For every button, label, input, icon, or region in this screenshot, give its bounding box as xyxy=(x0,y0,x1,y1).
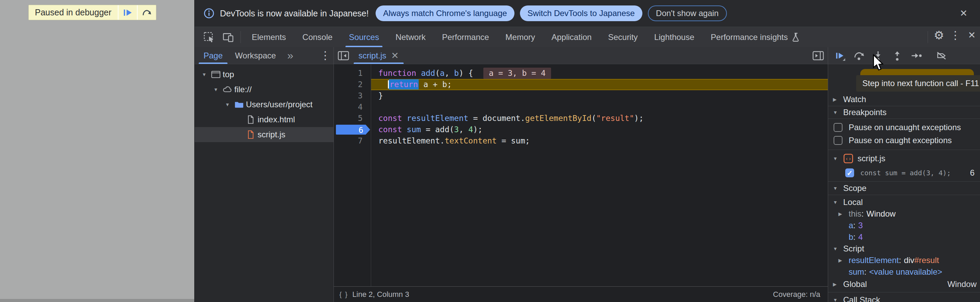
scope-property-name: a xyxy=(849,221,853,230)
scope-property-a[interactable]: a:3 xyxy=(828,220,980,231)
code-token: a + b; xyxy=(419,80,452,89)
tab-application[interactable]: Application xyxy=(543,27,600,47)
watch-section-header[interactable]: ▶ Watch xyxy=(828,93,980,106)
chevron-down-icon[interactable]: ▼ xyxy=(211,87,221,92)
pause-caught-checkbox[interactable] xyxy=(834,136,843,145)
tab-network[interactable]: Network xyxy=(387,27,434,47)
scope-section-header[interactable]: ▼ Scope xyxy=(828,182,980,195)
line-number-5[interactable]: 5 xyxy=(334,113,371,124)
tab-elements[interactable]: Elements xyxy=(243,27,294,47)
code-token: add xyxy=(421,69,436,77)
chevron-down-icon: ▼ xyxy=(833,110,843,115)
code-text[interactable]: } xyxy=(371,90,828,101)
device-toolbar-button[interactable] xyxy=(219,27,238,47)
line-number-1[interactable]: 1 xyxy=(334,68,371,79)
code-text[interactable]: const sum = add(3, 4); xyxy=(371,124,828,135)
tab-security[interactable]: Security xyxy=(600,27,646,47)
code-text[interactable]: const resultElement = document.getElemen… xyxy=(371,113,828,124)
collapse-navigator-button[interactable] xyxy=(334,47,353,64)
tab-lighthouse[interactable]: Lighthouse xyxy=(646,27,702,47)
always-match-language-button[interactable]: Always match Chrome's language xyxy=(375,5,514,21)
code-text[interactable] xyxy=(371,101,828,113)
code-token: getElementById xyxy=(525,114,592,123)
editor-tab-close-icon[interactable] xyxy=(391,50,399,61)
breakpoint-file-label: script.js xyxy=(858,154,885,163)
code-token: sum xyxy=(407,125,421,134)
breakpoint-entry[interactable]: const sum = add(3, 4); 6 xyxy=(828,166,980,180)
editor-tab-script-js[interactable]: script.js xyxy=(353,47,404,64)
svg-text:‹›: ‹› xyxy=(845,156,851,162)
step-out-button[interactable] xyxy=(888,47,907,64)
expand-debugger-sidebar-button[interactable] xyxy=(809,47,828,64)
tree-item-index-html[interactable]: index.html xyxy=(195,112,334,127)
tree-item-users-user-project[interactable]: ▼Users/user/project xyxy=(195,97,334,112)
tab-performance-insights[interactable]: Performance insights xyxy=(703,27,808,47)
line-number-6[interactable]: 6 xyxy=(334,124,371,135)
breakpoint-file-row[interactable]: ▼ ‹› script.js xyxy=(828,151,980,166)
settings-gear-icon[interactable] xyxy=(931,27,947,43)
infobar-close-icon[interactable] xyxy=(955,5,972,22)
switch-to-japanese-button[interactable]: Switch DevTools to Japanese xyxy=(520,5,643,21)
code-line-1: 1function add(a, b) {a = 3, b = 4 xyxy=(334,68,828,79)
tab-page[interactable]: Page xyxy=(197,47,229,64)
code-token: const xyxy=(378,114,407,123)
tree-item-script-js[interactable]: script.js xyxy=(195,127,334,142)
line-number-2[interactable]: 2 xyxy=(334,79,371,90)
chevron-down-icon[interactable]: ▼ xyxy=(223,102,232,107)
deactivate-breakpoints-button[interactable] xyxy=(932,47,951,64)
inspect-element-button[interactable] xyxy=(199,27,219,47)
line-number-4[interactable]: 4 xyxy=(334,101,371,113)
call-stack-section-header[interactable]: ▼ Call Stack xyxy=(828,292,980,302)
more-options-icon[interactable] xyxy=(947,27,964,43)
tab-console[interactable]: Console xyxy=(294,27,341,47)
breakpoints-section-header[interactable]: ▼ Breakpoints xyxy=(828,106,980,119)
chevron-down-icon[interactable]: ▼ xyxy=(199,72,209,77)
scope-property-sum[interactable]: sum:<value unavailable> xyxy=(828,266,980,278)
breakpoint-marker[interactable]: 6 xyxy=(336,125,370,134)
tab-sources[interactable]: Sources xyxy=(341,27,387,47)
step-button[interactable] xyxy=(907,47,926,64)
scope-section-local[interactable]: ▼Local xyxy=(828,196,980,208)
file-tree: ▼top▼file://▼Users/user/projectindex.htm… xyxy=(195,64,334,142)
tab-performance[interactable]: Performance xyxy=(434,27,497,47)
step-over-button-toast[interactable] xyxy=(137,5,156,20)
scope-section-script[interactable]: ▼Script xyxy=(828,243,980,255)
line-number-3[interactable]: 3 xyxy=(334,90,371,101)
code-viewport[interactable]: 1function add(a, b) {a = 3, b = 42 retur… xyxy=(334,64,828,286)
more-tabs-icon[interactable] xyxy=(282,47,299,63)
tab-label: Performance insights xyxy=(711,32,788,42)
tab-workspace[interactable]: Workspace xyxy=(229,47,282,64)
code-token: 4 xyxy=(468,125,473,134)
global-scope-row[interactable]: ▶ Global Window xyxy=(828,278,980,291)
scope-property-value: 4 xyxy=(858,232,863,242)
mouse-cursor xyxy=(871,54,885,72)
step-into-tooltip: Step into next function call - F11 - ⌘ ; xyxy=(856,75,980,92)
tree-item-file[interactable]: ▼file:// xyxy=(195,82,334,97)
tree-item-top[interactable]: ▼top xyxy=(195,67,334,82)
step-over-button[interactable] xyxy=(850,47,869,64)
navigator-spacer xyxy=(299,47,317,64)
scope-property-resultelement[interactable]: ▶resultElement:div#result xyxy=(828,255,980,266)
breakpoint-checkbox[interactable] xyxy=(845,168,854,177)
scope-property-b[interactable]: b:4 xyxy=(828,231,980,243)
page-edge xyxy=(0,299,194,302)
tab-memory[interactable]: Memory xyxy=(497,27,544,47)
code-token: function xyxy=(378,69,421,77)
navigator-menu-icon[interactable] xyxy=(317,47,334,63)
paused-message-area: Step into next function call - F11 - ⌘ ; xyxy=(828,64,980,93)
pause-uncaught-checkbox[interactable] xyxy=(834,123,843,132)
scope-property-this[interactable]: ▶this:Window xyxy=(828,208,980,220)
execution-line[interactable]: return a + b; xyxy=(371,79,828,90)
code-text[interactable]: function add(a, b) {a = 3, b = 4 xyxy=(371,68,828,79)
line-number-7[interactable]: 7 xyxy=(334,135,371,147)
chevron-right-icon: ▶ xyxy=(838,258,842,263)
pretty-print-icon[interactable] xyxy=(339,290,348,299)
toolbar-separator xyxy=(240,31,241,43)
devtools-close-icon[interactable] xyxy=(964,27,980,43)
resume-button[interactable] xyxy=(830,47,850,64)
code-token: b xyxy=(454,69,459,77)
main-toolbar: ElementsConsoleSourcesNetworkPerformance… xyxy=(195,27,980,47)
code-text[interactable]: resultElement.textContent = sum; xyxy=(371,135,828,147)
resume-script-button[interactable] xyxy=(118,5,137,20)
dont-show-again-button[interactable]: Don't show again xyxy=(648,5,727,21)
